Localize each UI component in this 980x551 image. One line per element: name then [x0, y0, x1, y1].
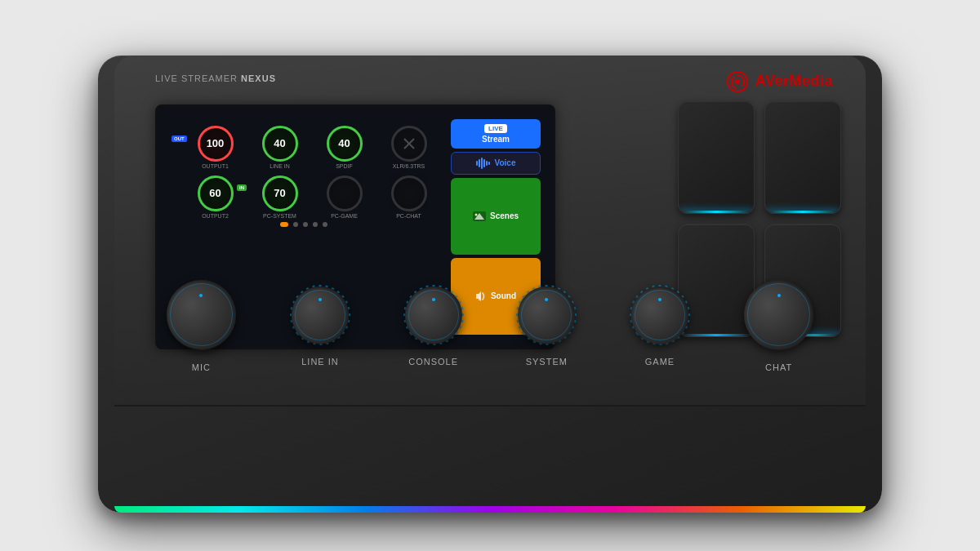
knob-label-pcchat: PC-CHAT: [396, 213, 421, 219]
knob-unit-chat: CHAT: [738, 274, 820, 372]
svg-rect-4: [479, 159, 480, 167]
knob-unit-console: CONSOLE: [399, 280, 469, 367]
chat-knob[interactable]: [744, 280, 813, 349]
knob-unit-mic: MIC: [160, 274, 242, 372]
system-knob[interactable]: [518, 287, 575, 344]
btn-voice[interactable]: Voice: [451, 152, 541, 175]
knob-circle-pcgame: [327, 176, 363, 211]
knob-unit-system: SYSTEM: [511, 280, 581, 367]
svg-point-11: [474, 213, 477, 216]
screen-knob-pcgame: PC-GAME: [315, 176, 373, 219]
mic-knob-wrapper[interactable]: [160, 274, 242, 356]
screen-knob-pcchat: PC-CHAT: [380, 176, 438, 219]
voice-label: Voice: [495, 158, 516, 167]
svg-rect-8: [488, 162, 490, 165]
knob-circle-linein: 40: [262, 126, 298, 162]
knob-circle-spdif: 40: [327, 126, 363, 162]
knob-circle-pcchat: [391, 176, 427, 211]
voice-waveform-icon: [476, 158, 491, 169]
knob-unit-linein: LINE IN: [285, 280, 355, 367]
screen-knob-pcsystem: 70 PC-SYSTEM: [251, 176, 309, 219]
system-label: SYSTEM: [526, 357, 568, 367]
chat-label: CHAT: [765, 362, 792, 372]
svg-rect-3: [476, 161, 478, 166]
knob-circle-output1: 100: [198, 126, 234, 162]
out-label: OUT: [172, 136, 187, 142]
page-dot-2: [293, 222, 298, 227]
page-dot-5: [323, 222, 327, 227]
game-knob-wrapper[interactable]: [625, 280, 695, 350]
brand-prefix: AVer: [755, 73, 790, 89]
mic-knob[interactable]: [167, 280, 236, 349]
mic-label: MIC: [192, 362, 211, 372]
screen-knob-xlr: XLR/6.3TRS: [380, 126, 438, 169]
console-label: CONSOLE: [408, 357, 458, 367]
scenes-icon: [473, 211, 486, 221]
linein-knob-wrapper[interactable]: [285, 280, 355, 350]
rgb-strip: [114, 506, 866, 513]
screen-knob-linein: 40 LINE IN: [251, 126, 309, 169]
system-knob-wrapper[interactable]: [511, 280, 581, 350]
brand-suffix: Media: [789, 73, 833, 89]
linein-knob[interactable]: [292, 287, 349, 344]
avermedia-logo-icon: [726, 70, 749, 93]
btn-live-stream[interactable]: LIVE Stream: [451, 119, 541, 149]
brand-area: AVerMedia: [726, 70, 833, 93]
linein-label: LINE IN: [301, 357, 339, 367]
knob-circle-xlr: [391, 126, 427, 162]
svg-rect-7: [486, 161, 488, 166]
device-wrapper: LIVE STREAMER NEXUS AVerMedia: [98, 39, 882, 513]
brand-name: AVerMedia: [755, 73, 833, 90]
scenes-label: Scenes: [490, 211, 519, 220]
live-stream-label: Stream: [482, 135, 510, 144]
svg-point-0: [735, 79, 740, 84]
subtitle-bold: NEXUS: [241, 73, 276, 83]
device-subtitle: LIVE STREAMER NEXUS: [155, 73, 276, 83]
knob-unit-game: GAME: [625, 280, 695, 367]
knob-label-linein: LINE IN: [270, 163, 290, 169]
knob-circle-pcsystem: 70: [262, 176, 298, 211]
knob-label-output2: OUTPUT2: [202, 213, 229, 219]
knob-label-spdif: SPDIF: [336, 163, 353, 169]
svg-rect-6: [483, 159, 485, 167]
page-dot-3: [303, 222, 308, 227]
console-knob[interactable]: [405, 287, 462, 344]
svg-rect-5: [481, 158, 483, 169]
page-dot-4: [313, 222, 318, 227]
in-label: IN: [237, 184, 247, 191]
console-knob-wrapper[interactable]: [399, 280, 469, 350]
page-dots: [170, 219, 438, 227]
knob-label-pcsystem: PC-SYSTEM: [263, 213, 296, 219]
knob-label-output1: OUTPUT1: [202, 163, 229, 169]
btn-scenes[interactable]: Scenes: [451, 178, 541, 255]
knob-label-pcgame: PC-GAME: [331, 213, 358, 219]
pad-top-left[interactable]: [678, 100, 755, 214]
knob-circle-output2: 60: [198, 176, 234, 211]
subtitle-text: LIVE STREAMER: [155, 73, 238, 83]
knobs-row: MIC LINE IN: [114, 274, 866, 372]
chat-knob-wrapper[interactable]: [738, 274, 820, 356]
screen-knob-output2: 60 OUTPUT2: [186, 176, 244, 219]
game-knob[interactable]: [631, 287, 688, 344]
live-badge: LIVE: [484, 124, 507, 133]
device-top: LIVE STREAMER NEXUS AVerMedia: [114, 56, 866, 407]
screen-knob-output1: 100 OUTPUT1: [186, 126, 244, 169]
page-dot-1: [280, 222, 288, 227]
knob-label-xlr: XLR/6.3TRS: [393, 163, 425, 169]
pad-top-right[interactable]: [764, 100, 841, 214]
game-label: GAME: [645, 357, 675, 367]
device-body: LIVE STREAMER NEXUS AVerMedia: [98, 56, 882, 513]
screen-knob-spdif: 40 SPDIF: [315, 126, 373, 169]
